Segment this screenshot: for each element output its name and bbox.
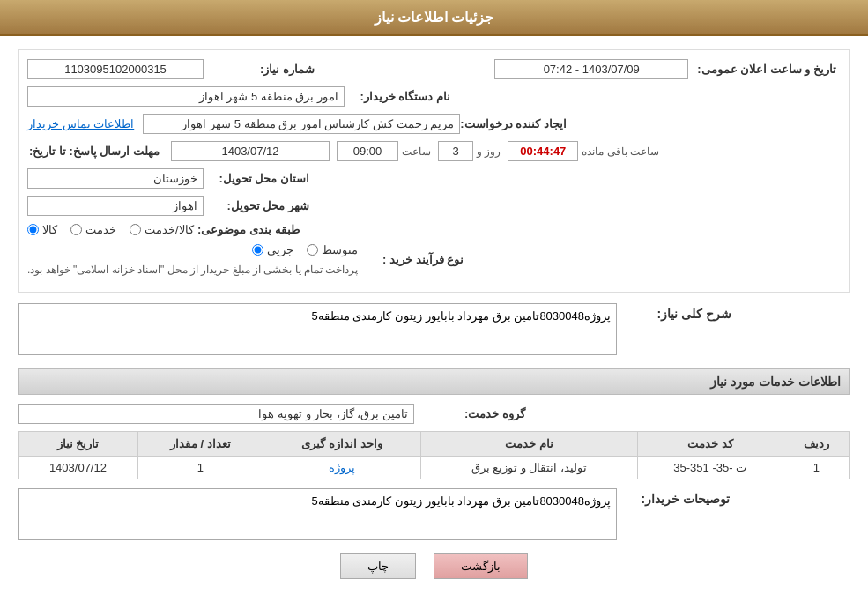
process-medium: متوسط (307, 243, 358, 256)
col-name: نام خدمت (420, 432, 637, 457)
group-value: تامین برق، گاز، بخار و تهویه هوا (18, 404, 414, 424)
city-row: شهر محل تحویل: اهواز (27, 196, 841, 216)
deadline-time-label: ساعت (402, 145, 431, 158)
creator-label: ایجاد کننده درخواست: (460, 117, 567, 130)
deadline-row: ساعت باقی مانده 00:44:47 روز و 3 ساعت 09… (27, 141, 841, 161)
process-medium-radio[interactable] (307, 244, 318, 256)
row-code: ت -35- 351-35 (637, 457, 783, 479)
days-group: روز و 3 (438, 141, 501, 161)
category-service-label: کالا/خدمت (145, 223, 194, 236)
row-unit: پروژه (263, 457, 420, 479)
page-header: جزئیات اطلاعات نیاز (0, 0, 868, 36)
remaining-time-group: ساعت باقی مانده 00:44:47 (508, 141, 659, 161)
province-label: استان محل تحویل: (204, 172, 309, 185)
table-row: 1 ت -35- 351-35 تولید، انتقال و توزیع بر… (19, 457, 850, 479)
category-goods-service-label: خدمت (85, 223, 116, 236)
row-service-name: تولید، انتقال و توزیع برق (420, 457, 637, 479)
description-section: شرح کلی نیاز: (18, 303, 850, 355)
col-count: تعداد / مقدار (137, 432, 263, 457)
request-number-row: تاریخ و ساعت اعلان عمومی: 1403/07/09 - 0… (27, 59, 841, 79)
col-code: کد خدمت (637, 432, 783, 457)
group-row: گروه خدمت: تامین برق، گاز، بخار و تهویه … (18, 404, 850, 424)
remaining-label: ساعت باقی مانده (582, 145, 659, 158)
category-row: طبقه بندی موضوعی: کالا/خدمت خدمت کالا (27, 223, 841, 236)
process-row: نوع فرآیند خرید : متوسط جزیی پرداخت تمام… (27, 243, 841, 276)
creator-value: مریم رحمت کش کارشناس امور برق منطقه 5 شه… (143, 114, 460, 134)
col-row: ردیف (783, 432, 849, 457)
process-medium-label: متوسط (322, 243, 358, 256)
back-button[interactable]: بازگشت (434, 553, 528, 579)
deadline-time-group: ساعت 09:00 (337, 141, 431, 161)
remaining-value: 00:44:47 (508, 141, 578, 161)
service-section: اطلاعات خدمات مورد نیاز گروه خدمت: تامین… (18, 368, 850, 540)
process-partial-radio[interactable] (252, 244, 263, 256)
category-goods-service: خدمت (70, 223, 116, 236)
buyer-station-value: امور برق منطقه 5 شهر اهواز (27, 86, 345, 107)
col-date: تاریخ نیاز (19, 432, 138, 457)
col-unit: واحد اندازه گیری (263, 432, 420, 457)
days-value: 3 (438, 141, 473, 161)
service-section-title: اطلاعات خدمات مورد نیاز (18, 368, 850, 395)
buyer-station-label: نام دستگاه خریدار: (345, 90, 450, 103)
main-info-section: تاریخ و ساعت اعلان عمومی: 1403/07/09 - 0… (18, 49, 850, 293)
process-partial-label: جزیی (267, 243, 293, 256)
button-bar: بازگشت چاپ (18, 553, 850, 597)
category-goods-radio[interactable] (70, 224, 82, 235)
contact-link[interactable]: اطلاعات تماس خریدار (27, 117, 134, 130)
province-row: استان محل تحویل: خوزستان (27, 168, 841, 189)
deadline-label: مهلت ارسال پاسخ: تا تاریخ: (27, 145, 160, 158)
category-goods-label: کالا (42, 223, 57, 236)
description-label: شرح کلی نیاز: (626, 307, 731, 321)
days-label: روز و (477, 145, 501, 158)
buyer-notes-label: توصیحات خریدار: (624, 492, 730, 506)
request-number-value: 1103095102000315 (27, 59, 204, 79)
description-row: شرح کلی نیاز: (18, 303, 850, 355)
category-service: کالا/خدمت (130, 223, 194, 236)
process-label: نوع فرآیند خرید : (358, 253, 464, 266)
group-label: گروه خدمت: (419, 407, 525, 420)
process-note: پرداخت تمام یا بخشی از مبلغ خریدار از مح… (27, 264, 358, 276)
buyer-station-row: نام دستگاه خریدار: امور برق منطقه 5 شهر … (27, 86, 841, 107)
row-date: 1403/07/12 (19, 457, 138, 479)
deadline-date-group: 1403/07/12 (171, 141, 330, 161)
category-service-radio[interactable] (130, 224, 141, 235)
creator-row: ایجاد کننده درخواست: مریم رحمت کش کارشنا… (27, 114, 841, 134)
print-button[interactable]: چاپ (340, 553, 416, 579)
category-radio-group: کالا/خدمت خدمت کالا (27, 223, 194, 236)
request-number-label: شماره نیاز: (209, 63, 315, 76)
province-value: خوزستان (27, 168, 204, 189)
process-options-group: متوسط جزیی پرداخت تمام یا بخشی از مبلغ خ… (27, 243, 358, 276)
process-partial: جزیی (252, 243, 293, 256)
category-goods: کالا (27, 223, 57, 236)
row-number: 1 (783, 457, 849, 479)
service-table: ردیف کد خدمت نام خدمت واحد اندازه گیری ت… (18, 431, 850, 479)
buyer-notes-row: توصیحات خریدار: (18, 488, 850, 540)
announce-value: 1403/07/09 - 07:42 (494, 59, 688, 79)
description-textarea[interactable] (18, 303, 617, 355)
category-label: طبقه بندی موضوعی: (194, 223, 300, 236)
city-label: شهر محل تحویل: (204, 199, 309, 212)
category-goods-only-radio[interactable] (27, 224, 39, 235)
buyer-notes-textarea[interactable] (18, 488, 617, 540)
process-radio-group: متوسط جزیی (252, 243, 358, 256)
announce-label: تاریخ و ساعت اعلان عمومی: (697, 63, 836, 76)
row-count: 1 (137, 457, 263, 479)
announce-group: تاریخ و ساعت اعلان عمومی: 1403/07/09 - 0… (494, 59, 841, 79)
deadline-date-value: 1403/07/12 (171, 141, 330, 161)
page-title: جزئیات اطلاعات نیاز (375, 10, 494, 25)
deadline-time-value: 09:00 (337, 141, 398, 161)
city-value: اهواز (27, 196, 204, 216)
